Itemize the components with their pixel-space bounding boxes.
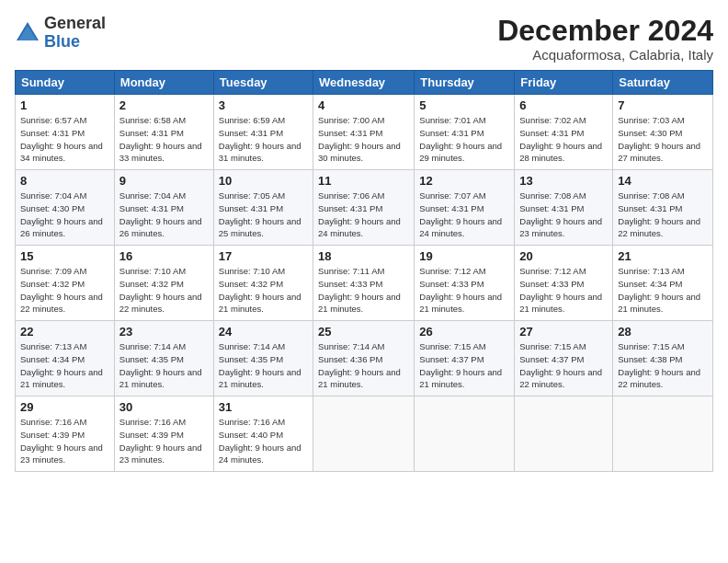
day-number: 28	[618, 325, 708, 339]
day-info: Sunrise: 7:07 AMSunset: 4:31 PMDaylight:…	[419, 190, 502, 238]
header: General Blue December 2024 Acquaformosa,…	[15, 15, 713, 63]
logo: General Blue	[15, 15, 106, 52]
calendar-cell: 26 Sunrise: 7:15 AMSunset: 4:37 PMDaylig…	[415, 321, 515, 396]
calendar-cell: 27 Sunrise: 7:15 AMSunset: 4:37 PMDaylig…	[515, 321, 613, 396]
day-info: Sunrise: 7:03 AMSunset: 4:30 PMDaylight:…	[618, 115, 700, 163]
day-info: Sunrise: 7:16 AMSunset: 4:39 PMDaylight:…	[20, 417, 103, 465]
calendar-cell: 23 Sunrise: 7:14 AMSunset: 4:35 PMDaylig…	[114, 321, 213, 396]
calendar-cell: 8 Sunrise: 7:04 AMSunset: 4:30 PMDayligh…	[16, 170, 115, 246]
calendar-cell: 4 Sunrise: 7:00 AMSunset: 4:31 PMDayligh…	[313, 95, 415, 170]
calendar-week-row: 1 Sunrise: 6:57 AMSunset: 4:31 PMDayligh…	[16, 95, 713, 170]
calendar-cell: 21 Sunrise: 7:13 AMSunset: 4:34 PMDaylig…	[613, 246, 713, 321]
calendar-cell: 13 Sunrise: 7:08 AMSunset: 4:31 PMDaylig…	[515, 170, 613, 246]
calendar-cell: 2 Sunrise: 6:58 AMSunset: 4:31 PMDayligh…	[114, 95, 213, 170]
day-number: 14	[618, 174, 708, 188]
calendar-cell: 20 Sunrise: 7:12 AMSunset: 4:33 PMDaylig…	[515, 246, 613, 321]
day-info: Sunrise: 7:16 AMSunset: 4:39 PMDaylight:…	[119, 417, 202, 465]
calendar-cell: 5 Sunrise: 7:01 AMSunset: 4:31 PMDayligh…	[415, 95, 515, 170]
day-number: 31	[219, 400, 308, 414]
day-info: Sunrise: 6:57 AMSunset: 4:31 PMDaylight:…	[20, 115, 103, 163]
day-info: Sunrise: 7:15 AMSunset: 4:38 PMDaylight:…	[618, 341, 700, 389]
calendar-cell: 6 Sunrise: 7:02 AMSunset: 4:31 PMDayligh…	[515, 95, 613, 170]
calendar-cell: 15 Sunrise: 7:09 AMSunset: 4:32 PMDaylig…	[16, 246, 115, 321]
calendar-header-tuesday: Tuesday	[213, 71, 313, 95]
calendar-cell: 22 Sunrise: 7:13 AMSunset: 4:34 PMDaylig…	[16, 321, 115, 396]
day-number: 13	[519, 174, 608, 188]
calendar-cell: 24 Sunrise: 7:14 AMSunset: 4:35 PMDaylig…	[213, 321, 313, 396]
day-number: 15	[20, 249, 109, 263]
day-number: 17	[219, 249, 308, 263]
day-info: Sunrise: 7:15 AMSunset: 4:37 PMDaylight:…	[519, 341, 602, 389]
day-info: Sunrise: 7:04 AMSunset: 4:31 PMDaylight:…	[119, 190, 202, 238]
calendar-week-row: 8 Sunrise: 7:04 AMSunset: 4:30 PMDayligh…	[16, 170, 713, 246]
day-number: 4	[318, 98, 409, 112]
day-info: Sunrise: 6:58 AMSunset: 4:31 PMDaylight:…	[119, 115, 202, 163]
day-info: Sunrise: 6:59 AMSunset: 4:31 PMDaylight:…	[219, 115, 301, 163]
day-number: 25	[318, 325, 409, 339]
location-title: Acquaformosa, Calabria, Italy	[497, 47, 713, 63]
day-number: 29	[20, 400, 109, 414]
calendar-header-wednesday: Wednesday	[313, 71, 415, 95]
calendar-cell: 18 Sunrise: 7:11 AMSunset: 4:33 PMDaylig…	[313, 246, 415, 321]
day-number: 2	[119, 98, 209, 112]
day-info: Sunrise: 7:02 AMSunset: 4:31 PMDaylight:…	[519, 115, 602, 163]
calendar-cell: 19 Sunrise: 7:12 AMSunset: 4:33 PMDaylig…	[415, 246, 515, 321]
day-info: Sunrise: 7:08 AMSunset: 4:31 PMDaylight:…	[519, 190, 602, 238]
day-number: 24	[219, 325, 308, 339]
calendar-cell: 9 Sunrise: 7:04 AMSunset: 4:31 PMDayligh…	[114, 170, 213, 246]
calendar-header-saturday: Saturday	[613, 71, 713, 95]
day-info: Sunrise: 7:10 AMSunset: 4:32 PMDaylight:…	[219, 266, 301, 314]
day-number: 12	[419, 174, 509, 188]
day-number: 3	[219, 98, 308, 112]
day-info: Sunrise: 7:06 AMSunset: 4:31 PMDaylight:…	[318, 190, 401, 238]
calendar-table: SundayMondayTuesdayWednesdayThursdayFrid…	[15, 70, 713, 472]
day-number: 1	[20, 98, 109, 112]
calendar-cell: 16 Sunrise: 7:10 AMSunset: 4:32 PMDaylig…	[114, 246, 213, 321]
calendar-cell	[613, 396, 713, 472]
logo-blue-text: Blue	[44, 32, 80, 51]
calendar-week-row: 29 Sunrise: 7:16 AMSunset: 4:39 PMDaylig…	[16, 396, 713, 472]
day-number: 6	[519, 98, 608, 112]
day-info: Sunrise: 7:13 AMSunset: 4:34 PMDaylight:…	[618, 266, 700, 314]
calendar-header-row: SundayMondayTuesdayWednesdayThursdayFrid…	[16, 71, 713, 95]
page-container: General Blue December 2024 Acquaformosa,…	[0, 0, 728, 479]
logo-icon	[15, 20, 40, 46]
calendar-cell: 11 Sunrise: 7:06 AMSunset: 4:31 PMDaylig…	[313, 170, 415, 246]
day-info: Sunrise: 7:14 AMSunset: 4:36 PMDaylight:…	[318, 341, 401, 389]
calendar-cell	[515, 396, 613, 472]
calendar-header-sunday: Sunday	[16, 71, 115, 95]
day-number: 23	[119, 325, 209, 339]
day-number: 5	[419, 98, 509, 112]
day-number: 8	[20, 174, 109, 188]
logo-general-text: General	[44, 14, 106, 32]
calendar-cell: 29 Sunrise: 7:16 AMSunset: 4:39 PMDaylig…	[16, 396, 115, 472]
calendar-cell	[415, 396, 515, 472]
day-number: 9	[119, 174, 209, 188]
day-info: Sunrise: 7:14 AMSunset: 4:35 PMDaylight:…	[119, 341, 202, 389]
calendar-header-monday: Monday	[114, 71, 213, 95]
calendar-cell: 12 Sunrise: 7:07 AMSunset: 4:31 PMDaylig…	[415, 170, 515, 246]
day-info: Sunrise: 7:11 AMSunset: 4:33 PMDaylight:…	[318, 266, 401, 314]
day-number: 27	[519, 325, 608, 339]
calendar-cell: 30 Sunrise: 7:16 AMSunset: 4:39 PMDaylig…	[114, 396, 213, 472]
day-number: 20	[519, 249, 608, 263]
title-block: December 2024 Acquaformosa, Calabria, It…	[497, 15, 713, 63]
day-info: Sunrise: 7:05 AMSunset: 4:31 PMDaylight:…	[219, 190, 301, 238]
day-info: Sunrise: 7:10 AMSunset: 4:32 PMDaylight:…	[119, 266, 202, 314]
day-number: 18	[318, 249, 409, 263]
day-info: Sunrise: 7:13 AMSunset: 4:34 PMDaylight:…	[20, 341, 103, 389]
day-number: 21	[618, 249, 708, 263]
calendar-cell: 1 Sunrise: 6:57 AMSunset: 4:31 PMDayligh…	[16, 95, 115, 170]
day-info: Sunrise: 7:15 AMSunset: 4:37 PMDaylight:…	[419, 341, 502, 389]
calendar-cell: 31 Sunrise: 7:16 AMSunset: 4:40 PMDaylig…	[213, 396, 313, 472]
day-number: 11	[318, 174, 409, 188]
calendar-cell	[313, 396, 415, 472]
calendar-header-friday: Friday	[515, 71, 613, 95]
day-info: Sunrise: 7:12 AMSunset: 4:33 PMDaylight:…	[519, 266, 602, 314]
day-number: 16	[119, 249, 209, 263]
day-info: Sunrise: 7:08 AMSunset: 4:31 PMDaylight:…	[618, 190, 700, 238]
day-number: 26	[419, 325, 509, 339]
calendar-week-row: 22 Sunrise: 7:13 AMSunset: 4:34 PMDaylig…	[16, 321, 713, 396]
day-info: Sunrise: 7:00 AMSunset: 4:31 PMDaylight:…	[318, 115, 401, 163]
calendar-cell: 10 Sunrise: 7:05 AMSunset: 4:31 PMDaylig…	[213, 170, 313, 246]
